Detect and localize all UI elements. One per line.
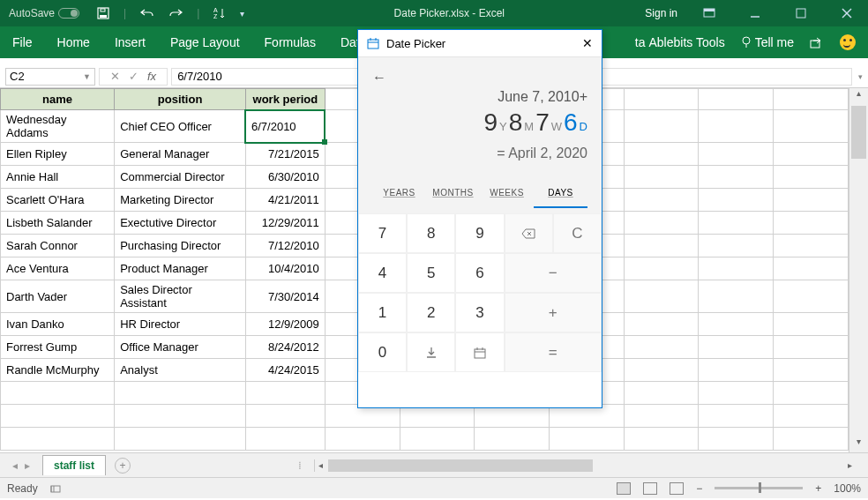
key-C[interactable]: C: [553, 213, 602, 253]
cell-name[interactable]: Ellen Ripley: [1, 143, 115, 166]
cell-date[interactable]: 7/12/2010: [245, 235, 325, 257]
vertical-scrollbar[interactable]: ▴ ▾: [849, 88, 868, 452]
cell-date[interactable]: 12/29/2011: [245, 212, 325, 235]
panel-titlebar[interactable]: Date Picker ✕: [358, 30, 602, 57]
tab-home[interactable]: Home: [45, 26, 102, 58]
key-1[interactable]: 1: [358, 293, 407, 332]
feedback-icon[interactable]: [840, 34, 856, 50]
key-5[interactable]: 5: [407, 253, 455, 293]
key-0[interactable]: 0: [358, 332, 407, 372]
enter-icon[interactable]: ✓: [129, 70, 138, 83]
scroll-thumb[interactable]: [851, 106, 866, 159]
tab-hidden-partial[interactable]: ta: [623, 26, 649, 58]
cell-name[interactable]: Forrest Gump: [1, 336, 115, 359]
tab-nav-prev-icon[interactable]: ◂: [12, 459, 18, 472]
scroll-down-icon[interactable]: ▾: [849, 437, 868, 452]
key-9[interactable]: 9: [455, 213, 504, 253]
close-icon[interactable]: [833, 0, 861, 26]
unit-years[interactable]: YEARS: [372, 179, 426, 208]
ribbon-display-icon[interactable]: [695, 0, 723, 26]
cell-name[interactable]: Ivan Danko: [1, 313, 115, 336]
cell-position[interactable]: Product Manager: [115, 257, 246, 280]
cell-name[interactable]: Wednesday Addams: [1, 110, 115, 143]
key-4[interactable]: 4: [358, 253, 407, 293]
col-position[interactable]: position: [115, 89, 246, 110]
undo-icon[interactable]: [140, 8, 154, 19]
sort-icon[interactable]: AZ: [213, 7, 226, 19]
cell-date[interactable]: 7/21/2015: [245, 143, 325, 166]
key-download[interactable]: [407, 332, 455, 372]
key-cal[interactable]: [455, 332, 504, 372]
cell-date[interactable]: 10/4/2010: [245, 257, 325, 280]
scroll-up-icon[interactable]: ▴: [849, 88, 868, 104]
cell-position[interactable]: Marketing Director: [115, 189, 246, 212]
namebox-dropdown-icon[interactable]: ▼: [83, 72, 91, 81]
view-page-layout-icon[interactable]: [643, 482, 657, 495]
cell-position[interactable]: HR Director: [115, 313, 246, 336]
tab-file[interactable]: File: [0, 26, 45, 58]
key-bksp[interactable]: [505, 213, 553, 253]
tab-nav-next-icon[interactable]: ▸: [25, 459, 30, 472]
name-box[interactable]: C2 ▼: [5, 68, 95, 86]
key-8[interactable]: 8: [407, 213, 455, 253]
zoom-slider[interactable]: [715, 487, 803, 489]
zoom-value[interactable]: 100%: [834, 482, 861, 495]
cell-name[interactable]: Randle McMurphy: [1, 359, 115, 382]
cell-name[interactable]: Lisbeth Salander: [1, 212, 115, 235]
share-icon[interactable]: [810, 36, 824, 49]
cell-date[interactable]: 6/7/2010: [245, 110, 325, 143]
tab-ablebits[interactable]: Ablebits Tools: [649, 35, 725, 49]
cell-date[interactable]: 12/9/2009: [245, 313, 325, 336]
view-page-break-icon[interactable]: [670, 482, 684, 495]
cell-date[interactable]: 4/21/2011: [245, 189, 325, 212]
tab-formulas[interactable]: Formulas: [252, 26, 328, 58]
tab-page-layout[interactable]: Page Layout: [158, 26, 252, 58]
maximize-icon[interactable]: [787, 0, 815, 26]
add-sheet-icon[interactable]: +: [115, 458, 131, 474]
cell-date[interactable]: 4/24/2015: [245, 359, 325, 382]
key-2[interactable]: 2: [407, 293, 455, 332]
cell-position[interactable]: Sales Director Assistant: [115, 280, 246, 313]
view-normal-icon[interactable]: [617, 482, 631, 495]
cell-date[interactable]: 7/30/2014: [245, 280, 325, 313]
panel-back-icon[interactable]: ←: [372, 70, 587, 86]
key-3[interactable]: 3: [455, 293, 504, 332]
key-7[interactable]: 7: [358, 213, 407, 253]
col-name[interactable]: name: [1, 89, 115, 110]
zoom-out-icon[interactable]: −: [696, 482, 702, 495]
horizontal-scrollbar[interactable]: ◂ ▸: [314, 459, 856, 472]
key-equals[interactable]: =: [505, 332, 602, 372]
qat-dropdown-icon[interactable]: ▾: [240, 9, 244, 19]
macro-icon[interactable]: [50, 483, 63, 494]
cell-name[interactable]: Scarlett O'Hara: [1, 189, 115, 212]
autosave-toggle-group[interactable]: AutoSave: [0, 7, 88, 19]
cell-name[interactable]: Ace Ventura: [1, 257, 115, 280]
key-6[interactable]: 6: [455, 253, 504, 293]
unit-months[interactable]: MONTHS: [426, 179, 480, 208]
cell-position[interactable]: Chief CEO Officer: [115, 110, 246, 143]
panel-close-icon[interactable]: ✕: [582, 36, 593, 50]
cell-position[interactable]: Office Manager: [115, 336, 246, 359]
tell-me[interactable]: Tell me: [741, 35, 794, 49]
signin-link[interactable]: Sign in: [645, 7, 677, 19]
expand-formula-icon[interactable]: ▾: [852, 72, 868, 81]
cell-position[interactable]: Analyst: [115, 359, 246, 382]
key-plus[interactable]: +: [505, 293, 602, 332]
fx-icon[interactable]: fx: [147, 70, 156, 83]
zoom-in-icon[interactable]: +: [815, 482, 821, 495]
cell-name[interactable]: Darth Vader: [1, 280, 115, 313]
minimize-icon[interactable]: [741, 0, 769, 26]
cell-date[interactable]: 6/30/2010: [245, 166, 325, 189]
cell-position[interactable]: Commercial Director: [115, 166, 246, 189]
unit-weeks[interactable]: WEEKS: [480, 179, 534, 208]
hscroll-left-icon[interactable]: ◂: [315, 460, 326, 470]
col-work-period[interactable]: work period: [245, 89, 325, 110]
tab-insert[interactable]: Insert: [102, 26, 158, 58]
cell-name[interactable]: Annie Hall: [1, 166, 115, 189]
cell-date[interactable]: 8/24/2012: [245, 336, 325, 359]
unit-days[interactable]: DAYS: [534, 179, 587, 208]
hscroll-right-icon[interactable]: ▸: [844, 460, 856, 470]
cell-position[interactable]: General Manager: [115, 143, 246, 166]
cell-position[interactable]: Exectutive Director: [115, 212, 246, 235]
autosave-switch[interactable]: [58, 8, 79, 19]
